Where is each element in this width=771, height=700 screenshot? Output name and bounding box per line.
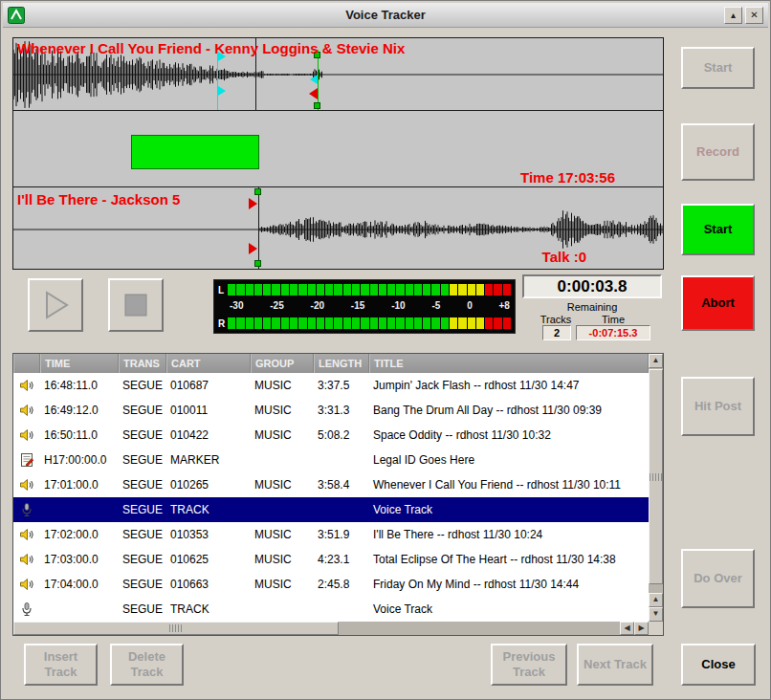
cell-title: Whenever I Call You Friend -- rdhost 11/… bbox=[369, 478, 649, 492]
meter-segment bbox=[272, 284, 279, 295]
log-row[interactable]: 16:48:11.0 SEGUE 010687 MUSIC 3:37.5 Jum… bbox=[13, 373, 649, 398]
vertical-scrollbar-thumb[interactable] bbox=[649, 369, 663, 584]
play-button[interactable] bbox=[28, 278, 83, 332]
speaker-icon bbox=[19, 427, 34, 443]
hit-post-button[interactable]: Hit Post bbox=[681, 377, 755, 436]
meter-segment bbox=[308, 317, 316, 329]
vertical-scrollbar[interactable]: ▲ ▲ ▼ bbox=[649, 354, 663, 622]
cell-cart: 010687 bbox=[166, 379, 251, 392]
cell-title: Voice Track bbox=[369, 503, 649, 516]
meter-segment bbox=[379, 317, 386, 329]
start-track2-button[interactable]: Start bbox=[681, 204, 755, 255]
header-length[interactable]: LENGTH bbox=[314, 354, 369, 373]
cell-time: 16:49:12.0 bbox=[40, 404, 119, 417]
scroll-left-icon[interactable]: ◀ bbox=[620, 622, 634, 635]
start-marker-icon[interactable] bbox=[249, 243, 257, 254]
meter-segment bbox=[494, 284, 501, 295]
meter-segment bbox=[352, 317, 360, 329]
remaining-time-label: Time bbox=[586, 314, 640, 325]
scroll-right-icon[interactable]: ▶ bbox=[634, 622, 649, 635]
cell-length: 5:08.2 bbox=[314, 428, 369, 442]
speaker-icon bbox=[19, 527, 34, 542]
horizontal-scrollbar-thumb[interactable] bbox=[13, 622, 339, 635]
scroll-up-icon[interactable]: ▲ bbox=[649, 354, 663, 368]
log-row[interactable]: 16:50:11.0 SEGUE 010422 MUSIC 5:08.2 Spa… bbox=[13, 423, 649, 448]
start-handle[interactable] bbox=[254, 188, 261, 195]
meter-segment bbox=[325, 317, 333, 329]
meter-segment bbox=[272, 317, 279, 329]
voicetrack-panel[interactable]: Time 17:03:56 bbox=[13, 111, 663, 187]
meter-segment bbox=[414, 317, 422, 329]
cell-title: Total Eclipse Of The Heart -- rdhost 11/… bbox=[369, 553, 649, 566]
meter-segment bbox=[396, 284, 404, 295]
meter-segment bbox=[476, 284, 484, 295]
do-over-button[interactable]: Do Over bbox=[681, 549, 755, 608]
meter-segment bbox=[370, 317, 378, 329]
track1-waveform-panel[interactable]: Whenever I Call You Friend - Kenny Loggi… bbox=[13, 38, 663, 111]
cell-cart: 010265 bbox=[166, 478, 251, 492]
cell-group: MUSIC bbox=[251, 528, 314, 541]
start-handle[interactable] bbox=[314, 102, 320, 109]
start-track1-button[interactable]: Start bbox=[681, 47, 755, 89]
meter-segment bbox=[441, 317, 449, 329]
log-row[interactable]: 17:03:00.0 SEGUE 010625 MUSIC 4:23.1 Tot… bbox=[13, 547, 649, 572]
log-row[interactable]: 17:02:00.0 SEGUE 010353 MUSIC 3:51.9 I'l… bbox=[13, 522, 649, 547]
abort-button[interactable]: Abort bbox=[681, 275, 755, 331]
log-row[interactable]: 17:01:00.0 SEGUE 010265 MUSIC 3:58.4 Whe… bbox=[13, 472, 649, 497]
meter-segment bbox=[317, 284, 324, 295]
scroll-down-icon[interactable]: ▼ bbox=[649, 607, 663, 622]
log-row[interactable]: SEGUE TRACK Voice Track bbox=[13, 597, 649, 622]
row-type-icon bbox=[13, 373, 40, 398]
log-row[interactable]: 16:49:12.0 SEGUE 010011 MUSIC 3:31.3 Ban… bbox=[13, 398, 649, 423]
delete-track-button[interactable]: Delete Track bbox=[110, 644, 184, 686]
cell-cart: TRACK bbox=[166, 602, 251, 616]
start-handle[interactable] bbox=[254, 260, 261, 267]
meter-segment bbox=[396, 317, 404, 329]
meter-segment bbox=[406, 284, 413, 295]
cell-group: MUSIC bbox=[251, 478, 314, 492]
cell-trans: SEGUE bbox=[119, 478, 166, 492]
segue-marker-icon[interactable] bbox=[309, 88, 318, 99]
titlebar[interactable]: Voice Tracker ▴ ✕ bbox=[3, 3, 768, 28]
horizontal-scrollbar[interactable]: ◀ ▶ bbox=[13, 622, 649, 635]
insert-track-button[interactable]: Insert Track bbox=[24, 644, 98, 686]
meter-segment bbox=[406, 317, 413, 329]
header-title[interactable]: TITLE bbox=[369, 354, 649, 373]
cell-group: MUSIC bbox=[251, 578, 314, 591]
cell-time: 17:01:00.0 bbox=[40, 478, 119, 492]
row-type-icon bbox=[13, 597, 40, 622]
track2-waveform-panel[interactable]: I'll Be There - Jackson 5 Talk :0 bbox=[13, 187, 663, 269]
header-group[interactable]: GROUP bbox=[251, 354, 314, 373]
cell-title: Bang The Drum All Day -- rdhost 11/30 09… bbox=[369, 404, 649, 417]
elapsed-time-display: 0:00:03.8 bbox=[522, 274, 662, 298]
cell-title: Voice Track bbox=[369, 602, 649, 616]
shade-icon[interactable]: ▴ bbox=[724, 7, 742, 24]
stop-button[interactable] bbox=[108, 278, 164, 332]
log-row[interactable]: SEGUE TRACK Voice Track bbox=[13, 497, 649, 522]
talk-label: Talk :0 bbox=[542, 249, 586, 265]
close-icon[interactable]: ✕ bbox=[745, 7, 763, 24]
fade-arrow-icon[interactable] bbox=[310, 75, 318, 84]
voicetrack-region[interactable] bbox=[131, 135, 259, 169]
fade-arrow-icon[interactable] bbox=[218, 86, 226, 96]
meter-segment bbox=[503, 284, 511, 295]
cell-group: MUSIC bbox=[251, 379, 314, 392]
meter-segment bbox=[503, 317, 511, 329]
scroll-up-icon[interactable]: ▲ bbox=[649, 593, 663, 607]
track2-start-line[interactable] bbox=[258, 187, 259, 269]
log-row[interactable]: H17:00:00.0 SEGUE MARKER Legal ID Goes H… bbox=[13, 448, 649, 472]
previous-track-button[interactable]: Previous Track bbox=[491, 644, 567, 686]
start-marker-icon[interactable] bbox=[249, 198, 257, 209]
next-track-button[interactable]: Next Track bbox=[577, 644, 653, 686]
header-time[interactable]: TIME bbox=[40, 354, 119, 373]
meter-scale-tick: -15 bbox=[351, 300, 364, 314]
remaining-label: Remaining bbox=[522, 301, 662, 313]
meter-segment bbox=[334, 317, 341, 329]
window-title: Voice Tracker bbox=[3, 8, 768, 22]
close-button[interactable]: Close bbox=[681, 644, 756, 686]
header-trans[interactable]: TRANS bbox=[119, 354, 166, 373]
record-button[interactable]: Record bbox=[681, 123, 755, 181]
log-row[interactable]: 17:04:00.0 SEGUE 010663 MUSIC 2:45.8 Fri… bbox=[13, 572, 649, 597]
header-cart[interactable]: CART bbox=[166, 354, 251, 373]
track-start-line[interactable] bbox=[318, 50, 319, 110]
